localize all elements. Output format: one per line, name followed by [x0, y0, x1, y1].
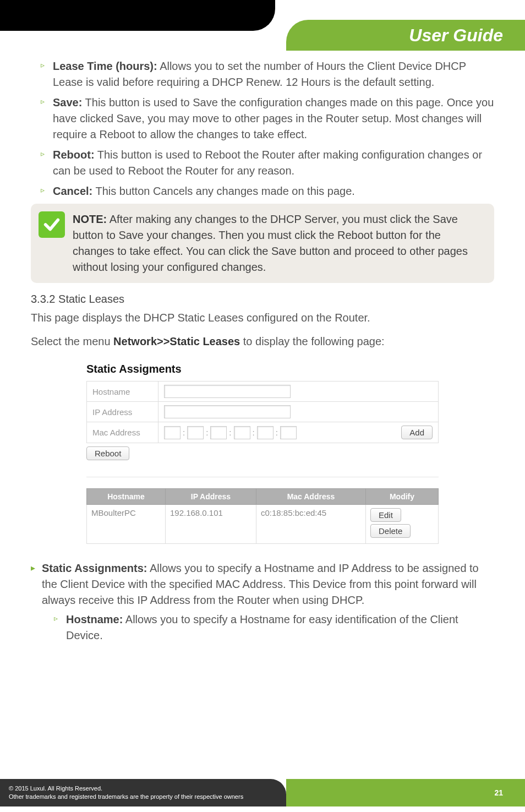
paragraph: Select the menu Network>>Static Leases t… [31, 334, 494, 350]
add-button[interactable]: Add [401, 426, 433, 439]
mac-label: Mac Address [87, 422, 158, 443]
list-item: Cancel: This button Cancels any changes … [41, 183, 494, 199]
copyright-line2: Other trademarks and registered trademar… [9, 793, 277, 801]
colon: : [229, 428, 231, 437]
item-text: This button Cancels any changes made on … [92, 185, 355, 197]
mac-octet-input[interactable] [210, 426, 227, 439]
colon: : [276, 428, 278, 437]
cell-hostname: MBoulterPC [87, 505, 166, 544]
list-item: Hostname: Allows you to specify a Hostna… [54, 612, 494, 644]
ip-cell [158, 402, 439, 422]
ip-label: IP Address [87, 402, 158, 422]
footer-black-bar: © 2015 Luxul. All Rights Reserved. Other… [0, 779, 286, 806]
note-text: NOTE: After making any changes to the DH… [73, 211, 484, 275]
header-green-bar: User Guide [286, 20, 525, 51]
hostname-input[interactable] [164, 385, 291, 398]
cell-modify: Edit Delete [365, 505, 438, 544]
section-heading: 3.3.2 Static Leases [31, 293, 494, 306]
edit-button[interactable]: Edit [370, 508, 401, 522]
page-number: 21 [494, 788, 503, 797]
para-post: to display the following page: [240, 335, 384, 347]
mac-octet-input[interactable] [257, 426, 274, 439]
list-item: Reboot: This button is used to Reboot th… [41, 147, 494, 179]
note-label: NOTE: [73, 213, 107, 225]
reboot-row: Reboot [86, 446, 439, 460]
item-label: Reboot: [53, 149, 95, 161]
page-content: Lease Time (hours): Allows you to set th… [0, 51, 525, 644]
definition-static: Static Assignments: Allows you to specif… [31, 560, 494, 644]
mac-octet-input[interactable] [187, 426, 204, 439]
mac-octet-input[interactable] [164, 426, 181, 439]
col-mac: Mac Address [256, 489, 365, 505]
reboot-button[interactable]: Reboot [86, 446, 129, 460]
ip-input[interactable] [164, 405, 291, 418]
item-label: Save: [53, 96, 82, 108]
def-label: Static Assignments: [42, 562, 147, 574]
paragraph: This page displays the DHCP Static Lease… [31, 310, 494, 326]
hostname-label: Hostname [87, 382, 158, 402]
header-black-bar [0, 0, 275, 31]
def-text: Allows you to specify a Hostname for eas… [66, 613, 458, 641]
lease-table: Hostname IP Address Mac Address Modify M… [86, 488, 439, 544]
footer-green-bar: 21 [286, 779, 525, 806]
table-row: MBoulterPC 192.168.0.101 c0:18:85:bc:ed:… [87, 505, 439, 544]
page-title: User Guide [409, 25, 503, 46]
divider [86, 477, 439, 477]
mac-octet-input[interactable] [234, 426, 250, 439]
col-ip: IP Address [165, 489, 256, 505]
note-body: After making any changes to the DHCP Ser… [73, 213, 468, 273]
assignment-form: Hostname IP Address Mac Address : : : : [86, 381, 439, 443]
colon: : [206, 428, 208, 437]
page-footer: 21 © 2015 Luxul. All Rights Reserved. Ot… [0, 777, 525, 812]
para-pre: Select the menu [31, 335, 113, 347]
colon: : [183, 428, 185, 437]
menu-path: Network>>Static Leases [113, 335, 240, 347]
mac-cell: : : : : : Add [158, 422, 439, 443]
page-header: User Guide [0, 0, 525, 51]
note-callout: NOTE: After making any changes to the DH… [31, 204, 494, 283]
item-label: Lease Time (hours): [53, 60, 157, 72]
hostname-cell [158, 382, 439, 402]
item-text: This button is used to Save the configur… [53, 96, 494, 140]
delete-button[interactable]: Delete [370, 524, 411, 538]
colon: : [253, 428, 255, 437]
list-item: Lease Time (hours): Allows you to set th… [41, 58, 494, 90]
mac-input-group: : : : : : [164, 426, 297, 439]
static-leases-screenshot: Static Assigments Hostname IP Address Ma… [86, 357, 439, 549]
col-hostname: Hostname [87, 489, 166, 505]
mac-octet-input[interactable] [280, 426, 297, 439]
copyright-line1: © 2015 Luxul. All Rights Reserved. [9, 784, 277, 793]
col-modify: Modify [365, 489, 438, 505]
check-icon [39, 211, 65, 238]
item-text: This button is used to Reboot the Router… [53, 149, 482, 177]
item-label: Cancel: [53, 185, 92, 197]
feature-list: Lease Time (hours): Allows you to set th… [31, 58, 494, 199]
cell-mac: c0:18:85:bc:ed:45 [256, 505, 365, 544]
panel-title: Static Assigments [86, 363, 439, 375]
cell-ip: 192.168.0.101 [165, 505, 256, 544]
def-label: Hostname: [66, 613, 123, 625]
sub-list: Hostname: Allows you to specify a Hostna… [42, 612, 494, 644]
list-item: Save: This button is used to Save the co… [41, 95, 494, 143]
